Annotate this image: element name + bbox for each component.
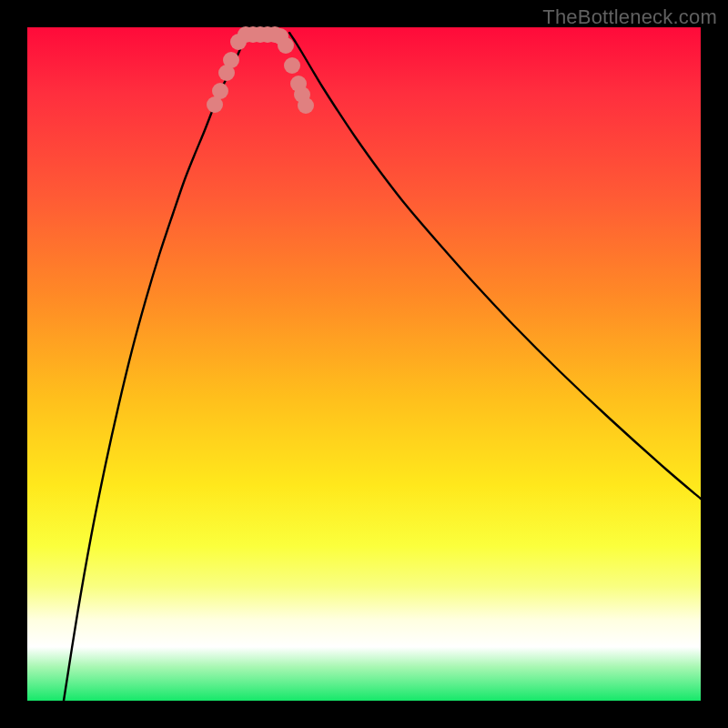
curves-group bbox=[64, 33, 701, 701]
watermark-text: TheBottleneck.com bbox=[542, 5, 717, 29]
marker-dot bbox=[278, 37, 294, 54]
marker-dot bbox=[298, 97, 314, 114]
marker-dot bbox=[284, 57, 300, 74]
marker-dot bbox=[223, 52, 239, 68]
markers-group bbox=[207, 26, 314, 114]
plot-area bbox=[27, 27, 701, 701]
marker-dot bbox=[212, 83, 228, 99]
chart-svg bbox=[27, 27, 701, 701]
right-curve bbox=[289, 33, 701, 499]
left-curve bbox=[64, 33, 248, 701]
chart-frame: TheBottleneck.com bbox=[0, 0, 728, 728]
